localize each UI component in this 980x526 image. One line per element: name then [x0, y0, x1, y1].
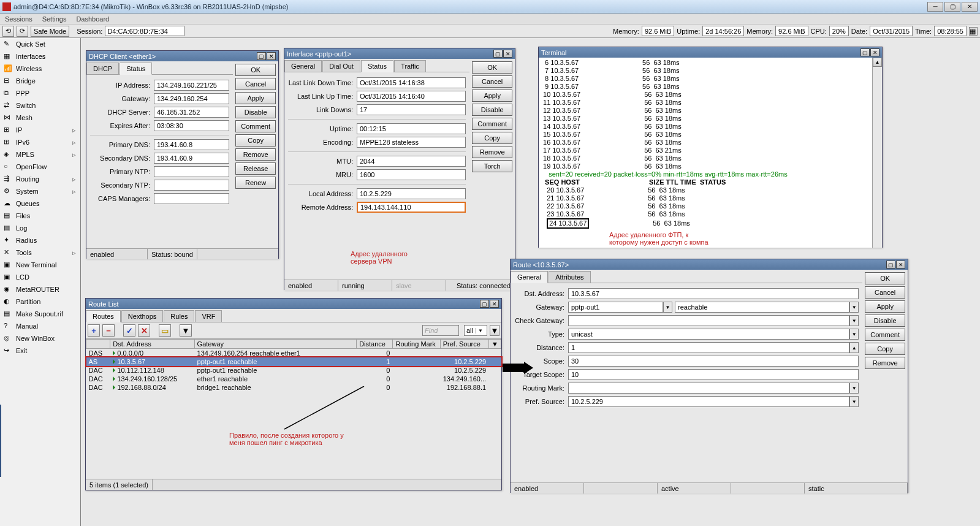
back-button[interactable]: ⟲ [2, 26, 14, 37]
sidebar-item-interfaces[interactable]: ▦Interfaces [0, 50, 80, 63]
sidebar-item-switch[interactable]: ⇄Switch [0, 99, 80, 112]
sidebar-item-bridge[interactable]: ⊟Bridge [0, 75, 80, 87]
iface-tab-status[interactable]: Status [361, 60, 393, 72]
iface-tab-traffic[interactable]: Traffic [394, 60, 426, 72]
dhcp-max-icon[interactable]: ▢ [257, 52, 266, 60]
ok-button[interactable]: OK [865, 272, 905, 284]
renew-button[interactable]: Renew [235, 177, 276, 189]
term-max-icon[interactable]: ▢ [860, 48, 870, 56]
copy-button[interactable]: Copy [235, 134, 276, 147]
find-input[interactable]: Find [422, 325, 459, 336]
torch-button[interactable]: Torch [472, 160, 512, 172]
dhcp-tab-dhcp[interactable]: DHCP [86, 63, 119, 74]
field[interactable]: 10.2.5.229 [357, 188, 466, 199]
remove-icon[interactable]: − [102, 324, 115, 337]
filter-icon[interactable]: ▼ [180, 324, 192, 337]
field[interactable]: Oct/31/2015 14:16:38 [357, 77, 466, 88]
route-max-icon[interactable]: ▢ [886, 261, 895, 269]
field[interactable]: 10.2.5.229 [568, 396, 849, 407]
field[interactable] [568, 315, 849, 326]
menu-settings[interactable]: Settings [42, 15, 67, 23]
sidebar-item-ppp[interactable]: ⧉PPP [0, 87, 80, 99]
apply-button[interactable]: Apply [865, 300, 905, 313]
disable-icon[interactable]: ✕ [138, 324, 150, 337]
add-icon[interactable]: + [88, 324, 100, 337]
iface-max-icon[interactable]: ▢ [493, 50, 503, 58]
all-combo[interactable]: all▼ [464, 325, 487, 336]
sidebar-item-ip[interactable]: ⊞IP▹ [0, 124, 80, 136]
field[interactable]: Oct/31/2015 14:16:40 [357, 91, 466, 102]
ok-button[interactable]: OK [472, 61, 512, 74]
sidebar-item-new-winbox[interactable]: ◎New WinBox [0, 332, 80, 345]
sidebar-item-radius[interactable]: ✦Radius [0, 234, 80, 246]
rl-tab-routes[interactable]: Routes [86, 310, 121, 322]
combo-btn[interactable]: ▼ [663, 302, 672, 313]
col-header[interactable]: Dst. Address [110, 340, 194, 349]
cancel-button[interactable]: Cancel [472, 75, 512, 88]
settings-icon[interactable]: ▦ [969, 27, 978, 36]
dhcp-close-icon[interactable]: ✕ [267, 52, 276, 60]
combo-btn[interactable]: ▼ [849, 315, 859, 326]
field[interactable]: 1600 [357, 169, 466, 180]
sidebar-item-exit[interactable]: ↪Exit [0, 345, 80, 357]
ok-button[interactable]: OK [235, 64, 276, 76]
table-row[interactable]: DAC192.168.88.0/24bridge1 reachable0192.… [86, 383, 501, 392]
sidebar-item-mpls[interactable]: ◈MPLS▹ [0, 148, 80, 161]
copy-button[interactable]: Copy [865, 343, 905, 355]
field[interactable]: 2044 [357, 156, 466, 167]
field[interactable]: pptp-out1 [568, 302, 663, 313]
route-close-icon[interactable]: ✕ [896, 261, 905, 269]
sidebar-item-routing[interactable]: ⇶Routing▹ [0, 173, 80, 185]
sidebar-item-metarouter[interactable]: ◉MetaROUTER [0, 283, 80, 295]
field[interactable] [568, 383, 849, 394]
close-button[interactable]: ✕ [962, 2, 978, 12]
sidebar-item-tools[interactable]: ✕Tools▹ [0, 246, 80, 259]
sidebar-item-new-terminal[interactable]: ▣New Terminal [0, 259, 80, 271]
field[interactable] [154, 180, 229, 191]
terminal-scrollbar[interactable]: ▲ [872, 58, 882, 248]
table-row[interactable]: DAS0.0.0.0/0134.249.160.254 reachable et… [86, 349, 501, 358]
field2[interactable]: reachable [675, 302, 849, 313]
disable-button[interactable]: Disable [865, 314, 905, 327]
combo-btn[interactable]: ▼ [849, 329, 859, 340]
comment-icon[interactable]: ▭ [159, 324, 171, 337]
sidebar-item-partition[interactable]: ◐Partition [0, 295, 80, 308]
terminal-body[interactable]: ▲ 6 10.3.5.67 56 63 18ms 7 10.3.5.67 56 … [539, 58, 882, 248]
field[interactable]: 10.3.5.67 [568, 288, 859, 299]
term-close-icon[interactable]: ✕ [870, 48, 879, 56]
field[interactable]: 10 [568, 369, 859, 380]
minimize-button[interactable]: ─ [927, 2, 943, 12]
field[interactable]: 1 [568, 342, 849, 353]
safe-mode-button[interactable]: Safe Mode [31, 26, 69, 37]
sidebar-item-system[interactable]: ⚙System▹ [0, 185, 80, 197]
sidebar-item-ipv6[interactable]: ⊞IPv6▹ [0, 136, 80, 148]
copy-button[interactable]: Copy [472, 132, 512, 144]
field[interactable]: 194.143.144.110 [357, 202, 466, 213]
rl-tab-nexthops[interactable]: Nexthops [121, 310, 163, 322]
sidebar-item-openflow[interactable]: ○OpenFlow [0, 161, 80, 173]
rl-tab-vrf[interactable]: VRF [195, 310, 222, 322]
dropdown-icon[interactable]: ▼ [490, 325, 499, 336]
field[interactable]: 03:08:30 [154, 120, 229, 131]
field[interactable]: 134.249.160.221/25 [154, 80, 229, 91]
table-row[interactable]: DAC10.112.112.148pptp-out1 reachable010.… [86, 366, 501, 375]
field[interactable]: 134.249.160.254 [154, 93, 229, 104]
field[interactable]: 17 [357, 104, 466, 115]
rl-tab-rules[interactable]: Rules [164, 310, 194, 322]
sidebar-item-quick-set[interactable]: ✎Quick Set [0, 38, 80, 50]
sidebar-item-queues[interactable]: ☁Queues [0, 197, 80, 210]
spin-btn[interactable]: ▲ [849, 342, 859, 353]
enable-icon[interactable]: ✓ [123, 324, 135, 337]
apply-button[interactable]: Apply [235, 92, 276, 104]
iface-close-icon[interactable]: ✕ [503, 50, 512, 58]
col-header[interactable]: Routing Mark [393, 340, 440, 349]
iface-tab-dialout[interactable]: Dial Out [322, 60, 360, 72]
apply-button[interactable]: Apply [472, 90, 512, 102]
route-tab-general[interactable]: General [511, 271, 548, 283]
table-row[interactable]: DAC134.249.160.128/25ether1 reachable013… [86, 375, 501, 383]
field[interactable] [154, 166, 229, 177]
field[interactable]: 00:12:15 [357, 123, 466, 134]
forward-button[interactable]: ⟳ [17, 26, 28, 37]
combo-btn[interactable]: ▼ [849, 383, 859, 394]
disable-button[interactable]: Disable [235, 106, 276, 118]
